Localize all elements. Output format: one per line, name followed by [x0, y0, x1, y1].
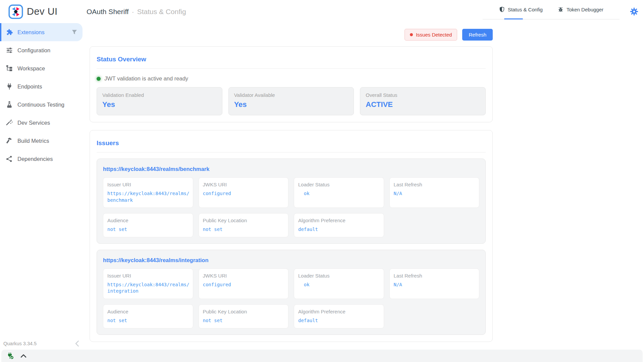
- sidebar-item-workspace[interactable]: Workspace: [0, 59, 83, 77]
- sidebar-item-dev-services[interactable]: Dev Services: [0, 114, 83, 132]
- issuer-fields-row2: Audiencenot setPublic Key Locationnot se…: [103, 304, 479, 328]
- issuers-card: Issuers https://keycloak:8443/realms/ben…: [90, 130, 493, 342]
- wand-icon: [6, 119, 13, 126]
- field-audience: Audiencenot set: [103, 304, 193, 328]
- divider: [97, 152, 486, 153]
- field-label: Audience: [107, 309, 192, 314]
- footer-expand-chevron-up-icon[interactable]: [19, 352, 28, 360]
- field-value: not set: [203, 226, 287, 233]
- sidebar-item-label: Continuous Testing: [17, 102, 64, 108]
- stat-label: Validation Enabled: [102, 92, 217, 98]
- field-label: Loader Status: [298, 273, 382, 279]
- refresh-button[interactable]: Refresh: [462, 29, 493, 41]
- field-issuer-uri: Issuer URIhttps://keycloak:8443/realms/b…: [103, 177, 193, 208]
- sidebar-collapse-icon[interactable]: [73, 339, 82, 348]
- field-value: ok: [298, 282, 382, 288]
- settings-gear-icon[interactable]: [630, 7, 639, 16]
- puzzle-icon: [6, 28, 13, 36]
- sidebar-item-label: Build Metrics: [17, 138, 49, 144]
- nodes-icon: [6, 155, 13, 163]
- field-value: ok: [298, 190, 382, 197]
- field-label: Issuer URI: [107, 182, 192, 187]
- shield-icon: [499, 6, 505, 13]
- quarkus-version: Quarkus 3.34.5: [3, 341, 37, 346]
- page-title-separator: ·: [132, 8, 134, 16]
- sidebar-item-build-metrics[interactable]: Build Metrics: [0, 132, 83, 150]
- field-label: Last Refresh: [394, 182, 478, 187]
- issuer-name: https://keycloak:8443/realms/benchmark: [103, 166, 479, 172]
- sliders-icon: [6, 47, 13, 54]
- stat-value: ACTIVE: [366, 100, 480, 109]
- field-value: configured: [203, 282, 287, 288]
- field-public-key-location: Public Key Locationnot set: [199, 304, 289, 328]
- field-value: N/A: [394, 282, 478, 288]
- field-jwks-uri: JWKS URIconfigured: [199, 177, 289, 208]
- field-label: JWKS URI: [203, 182, 287, 187]
- app-name: Dev UI: [27, 6, 58, 17]
- stat-box-overall-status: Overall StatusACTIVE: [360, 87, 486, 115]
- hammer-icon: [6, 137, 13, 144]
- page-title-subtitle: Status & Config: [137, 8, 186, 16]
- stats-row: Validation EnabledYesValidator Available…: [97, 87, 486, 115]
- status-overview-title: Status Overview: [96, 47, 486, 68]
- field-value: not set: [107, 317, 192, 324]
- actions-row: Issues Detected Refresh: [90, 29, 493, 41]
- app-header: Dev UI OAuth Sheriff · Status & Config S…: [0, 0, 644, 23]
- sidebar-item-label: Extensions: [17, 29, 45, 36]
- sidebar-item-endpoints[interactable]: Endpoints: [0, 77, 83, 96]
- issuers-title: Issuers: [96, 130, 486, 152]
- sidebar-item-label: Endpoints: [17, 83, 42, 90]
- plug-icon: [6, 83, 13, 90]
- field-label: Loader Status: [298, 182, 382, 187]
- status-green-dot-icon: [97, 77, 101, 81]
- stat-label: Overall Status: [366, 92, 480, 98]
- issues-dot-icon: [410, 33, 413, 36]
- issuer-fields-row2: Audiencenot setPublic Key Locationnot se…: [103, 213, 479, 237]
- field-loader-status: Loader Status ok: [294, 268, 384, 299]
- footer-log-bar[interactable]: [1, 350, 643, 362]
- sidebar-item-continuous-testing[interactable]: Continuous Testing: [0, 96, 83, 114]
- page-tabs: Status & ConfigToken Debugger: [483, 0, 620, 19]
- field-last-refresh: Last RefreshN/A: [389, 268, 480, 299]
- field-public-key-location: Public Key Locationnot set: [199, 213, 289, 237]
- stat-value: Yes: [102, 100, 217, 109]
- field-label: Issuer URI: [107, 273, 192, 279]
- main-content: Issues Detected Refresh Status Overview …: [83, 23, 644, 362]
- tab-token-debugger[interactable]: Token Debugger: [550, 0, 611, 19]
- tab-label: Token Debugger: [567, 7, 603, 12]
- field-algorithm-preference: Algorithm Preferencedefault: [294, 304, 384, 328]
- active-tab-indicator: [504, 18, 523, 19]
- issuer-group: https://keycloak:8443/realms/benchmarkIs…: [97, 159, 486, 244]
- dev-connection-plug-icon: [6, 352, 14, 360]
- status-message: JWT validation is active and ready: [104, 75, 188, 82]
- field-audience: Audiencenot set: [103, 213, 193, 237]
- field-issuer-uri: Issuer URIhttps://keycloak:8443/realms/i…: [103, 268, 193, 299]
- field-value: default: [298, 317, 382, 324]
- page-title-main: OAuth Sheriff: [87, 8, 129, 16]
- sidebar-nav: ExtensionsConfigurationWorkspaceEndpoint…: [0, 23, 83, 168]
- field-value: https://keycloak:8443/realms/benchmark: [107, 190, 192, 203]
- filter-funnel-icon[interactable]: [71, 29, 78, 36]
- stat-value: Yes: [234, 100, 348, 109]
- sidebar: ExtensionsConfigurationWorkspaceEndpoint…: [0, 23, 83, 348]
- sidebar-item-dependencies[interactable]: Dependencies: [0, 150, 83, 168]
- status-overview-card: Status Overview JWT validation is active…: [90, 46, 493, 122]
- field-value: https://keycloak:8443/realms/integration: [107, 282, 192, 295]
- sidebar-item-label: Dev Services: [17, 120, 50, 126]
- brand: Dev UI: [0, 4, 83, 19]
- workspace-icon: [6, 65, 13, 72]
- field-loader-status: Loader Status ok: [294, 177, 384, 208]
- sidebar-item-extensions[interactable]: Extensions: [0, 23, 83, 41]
- sidebar-item-label: Dependencies: [17, 156, 53, 162]
- stat-box-validation-enabled: Validation EnabledYes: [97, 87, 222, 115]
- tab-status-config[interactable]: Status & Config: [491, 0, 550, 19]
- sidebar-item-configuration[interactable]: Configuration: [0, 41, 83, 59]
- field-value: not set: [203, 317, 287, 324]
- issuer-name: https://keycloak:8443/realms/integration: [103, 257, 479, 263]
- field-label: Audience: [107, 218, 192, 223]
- field-label: Last Refresh: [394, 273, 478, 279]
- field-label: Algorithm Preference: [298, 309, 382, 314]
- page-title: OAuth Sheriff · Status & Config: [87, 8, 483, 16]
- issues-detected-badge: Issues Detected: [405, 29, 458, 41]
- sidebar-item-label: Configuration: [17, 47, 50, 54]
